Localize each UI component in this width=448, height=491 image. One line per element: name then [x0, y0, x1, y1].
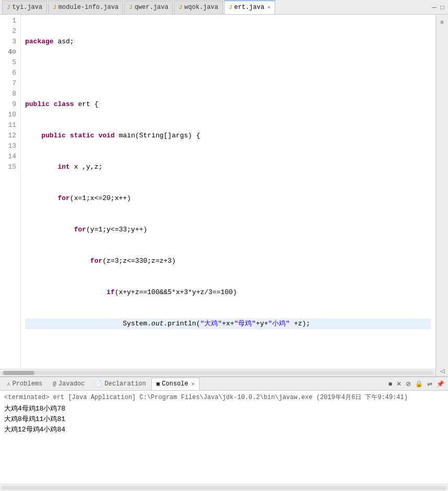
tab-wqok[interactable]: J wqok.java — [174, 1, 222, 14]
code-line-3: public class ert { — [25, 99, 431, 110]
code-line-2 — [25, 68, 431, 78]
editor-pane: 1 2 3 4⊝ 5 6 7 8 9 10 11 12 13 14 15 pac… — [0, 15, 435, 376]
tab-problems[interactable]: ⚠ Problems — [2, 378, 47, 390]
bottom-horizontal-scrollbar[interactable] — [0, 484, 448, 491]
bottom-scrollbar-track — [1, 486, 447, 490]
console-body: <terminated> ert [Java Application] C:\P… — [0, 391, 448, 484]
bottom-tab-bar: ⚠ Problems @ Javadoc 📄 Declaration ▣ Con… — [0, 377, 448, 391]
tab-module-label: module-info.java — [58, 4, 119, 11]
code-line-1: package asd; — [25, 37, 431, 47]
tab-javadoc-label: Javadoc — [58, 380, 85, 388]
terminate-button[interactable]: ■ — [387, 380, 394, 388]
code-line-9: if(x+y+z==100&&5*x+3*y+z/3==100) — [25, 287, 431, 298]
console-tab-close-icon[interactable]: ✕ — [192, 381, 195, 387]
code-line-7: for(y=1;y<=33;y++) — [25, 225, 431, 235]
code-line-11 — [25, 350, 431, 360]
word-wrap-button[interactable]: ⇌ — [426, 380, 434, 388]
line-num-10: 10 — [0, 110, 16, 120]
line-num-15: 15 — [0, 162, 16, 172]
main-area: 1 2 3 4⊝ 5 6 7 8 9 10 11 12 13 14 15 pac… — [0, 15, 448, 376]
tab-tyi[interactable]: J tyi.java — [2, 1, 47, 14]
tab-declaration[interactable]: 📄 Declaration — [90, 378, 150, 390]
code-line-8: for(z=3;z<=330;z=z+3) — [25, 256, 431, 266]
line-num-14: 14 — [0, 151, 16, 162]
tab-module-info[interactable]: J module-info.java — [48, 1, 123, 14]
code-line-5: int x ,y,z; — [25, 162, 431, 172]
code-line-10: System.out.println("大鸡"+x+"母鸡"+y+"小鸡" +z… — [25, 319, 431, 329]
close-console-button[interactable]: ✕ — [395, 380, 403, 388]
tab-problems-label: Problems — [13, 380, 43, 388]
clear-console-button[interactable]: ⊘ — [404, 380, 412, 388]
minimize-button[interactable]: ─ — [430, 3, 438, 12]
line-numbers: 1 2 3 4⊝ 5 6 7 8 9 10 11 12 13 14 15 — [0, 15, 21, 369]
editor-content[interactable]: 1 2 3 4⊝ 5 6 7 8 9 10 11 12 13 14 15 pac… — [0, 15, 435, 369]
line-num-2: 2 — [0, 26, 16, 37]
tab-declaration-label: Declaration — [104, 380, 146, 388]
declaration-icon: 📄 — [95, 380, 102, 387]
editor-tab-bar: J tyi.java J module-info.java J qwer.jav… — [0, 0, 448, 15]
tab-ert[interactable]: J ert.java ✕ — [224, 1, 275, 14]
code-line-6: for(x=1;x<=20;x++) — [25, 193, 431, 204]
line-num-5: 5 — [0, 57, 16, 68]
line-num-13: 13 — [0, 141, 16, 151]
java-file-icon: J — [7, 4, 10, 10]
h-scrollbar-thumb — [3, 371, 34, 375]
java-file-icon: J — [53, 4, 56, 10]
line-num-4: 4⊝ — [0, 47, 16, 57]
line-num-6: 6 — [0, 68, 16, 78]
tab-console-label: Console — [162, 380, 188, 388]
line-num-11: 11 — [0, 120, 16, 131]
tab-close-icon[interactable]: ✕ — [267, 4, 270, 10]
line-num-1: 1 — [0, 16, 16, 26]
right-side-panel: ≡ ◁ — [435, 15, 448, 376]
line-num-12: 12 — [0, 131, 16, 141]
tab-qwer-label: qwer.java — [135, 4, 169, 11]
tab-javadoc[interactable]: @ Javadoc — [48, 378, 89, 390]
console-icon: ▣ — [156, 380, 160, 387]
bottom-tab-controls: ■ ✕ ⊘ 🔒 ⇌ 📌 — [387, 380, 448, 388]
panel-toggle-button[interactable]: ◁ — [437, 366, 447, 376]
java-file-icon: J — [179, 4, 182, 10]
line-num-7: 7 — [0, 78, 16, 89]
pin-console-button[interactable]: 📌 — [435, 380, 446, 388]
bottom-panel: ⚠ Problems @ Javadoc 📄 Declaration ▣ Con… — [0, 376, 448, 491]
line-num-9: 9 — [0, 99, 16, 110]
console-output-line-1: 大鸡4母鸡18小鸡78 — [4, 404, 444, 414]
tab-tyi-label: tyi.java — [13, 4, 43, 11]
problems-icon: ⚠ — [7, 380, 10, 387]
console-output-line-2: 大鸡8母鸡11小鸡81 — [4, 414, 444, 425]
tab-console[interactable]: ▣ Console ✕ — [151, 378, 199, 390]
scroll-lock-button[interactable]: 🔒 — [414, 380, 425, 388]
maximize-button[interactable]: □ — [439, 3, 446, 12]
tab-wqok-label: wqok.java — [184, 4, 218, 11]
code-editor[interactable]: package asd; public class ert { public s… — [21, 15, 435, 369]
horizontal-scrollbar[interactable] — [0, 369, 435, 376]
java-file-icon: J — [129, 4, 133, 10]
console-output: 大鸡4母鸡18小鸡78 大鸡8母鸡11小鸡81 大鸡12母鸡4小鸡84 — [4, 404, 444, 435]
line-num-3: 3 — [0, 37, 16, 47]
outline-button[interactable]: ≡ — [437, 17, 447, 27]
tab-bar-controls: ─ □ — [430, 3, 448, 12]
code-line-4: public static void main(String[]args) { — [25, 131, 431, 141]
h-scrollbar-track — [1, 371, 434, 375]
console-terminated-line: <terminated> ert [Java Application] C:\P… — [4, 393, 444, 402]
tab-ert-label: ert.java — [234, 4, 265, 11]
console-output-line-3: 大鸡12母鸡4小鸡84 — [4, 425, 444, 435]
tab-qwer[interactable]: J qwer.java — [124, 1, 173, 14]
javadoc-icon: @ — [53, 381, 56, 387]
java-file-icon: J — [229, 4, 232, 10]
line-num-8: 8 — [0, 89, 16, 99]
